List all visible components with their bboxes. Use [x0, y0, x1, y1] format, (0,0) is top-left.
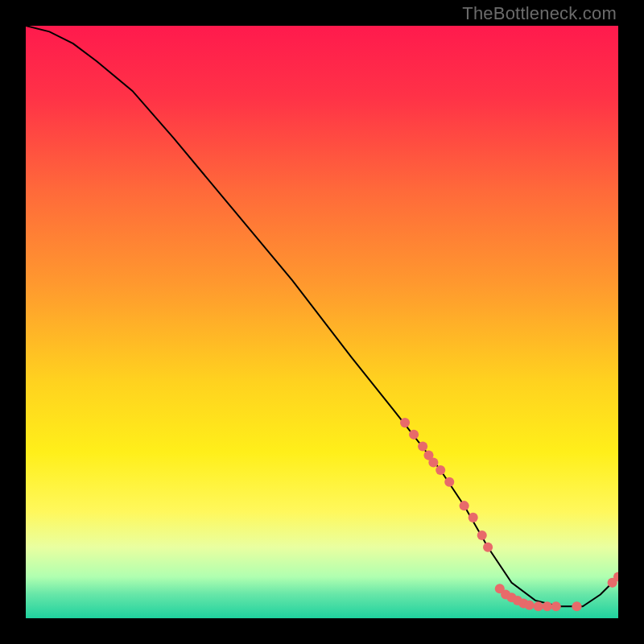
data-marker	[551, 601, 561, 611]
data-marker	[418, 442, 427, 452]
data-marker	[444, 477, 454, 487]
data-marker	[436, 465, 445, 475]
plot-area	[26, 26, 618, 618]
line-layer	[26, 26, 618, 618]
data-marker	[534, 601, 543, 611]
data-marker	[469, 513, 478, 522]
data-marker	[409, 430, 419, 440]
data-marker	[483, 543, 493, 552]
data-marker	[477, 530, 487, 540]
data-marker	[543, 601, 552, 611]
data-marker	[525, 601, 535, 610]
data-marker	[460, 501, 469, 510]
data-marker	[572, 601, 581, 611]
data-marker	[400, 418, 410, 427]
series-main-line	[26, 26, 618, 606]
watermark-text: TheBottleneck.com	[462, 3, 617, 24]
chart-stage: TheBottleneck.com	[0, 0, 644, 644]
markers-group	[400, 418, 618, 611]
data-marker	[428, 457, 438, 467]
